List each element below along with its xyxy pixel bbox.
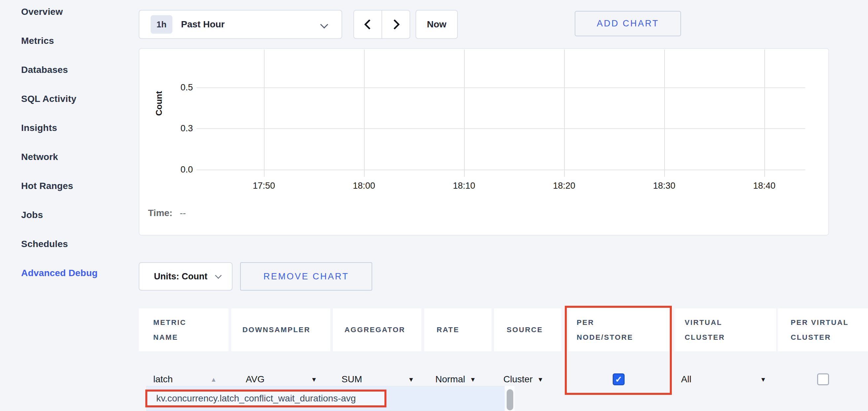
time-hover-readout: Time: --: [148, 208, 186, 218]
time-range-badge: 1h: [151, 15, 173, 34]
time-hover-value: --: [180, 208, 186, 218]
y-tick-label: 0.0: [162, 164, 193, 175]
per-virtual-cluster-checkbox[interactable]: [817, 373, 829, 385]
next-interval-button[interactable]: [382, 10, 409, 38]
sidebar-item-advanced-debug[interactable]: Advanced Debug: [0, 259, 132, 288]
x-tick-label: 17:50: [241, 180, 287, 191]
sidebar-item-hot-ranges[interactable]: Hot Ranges: [0, 172, 132, 201]
caret-up-icon: ▲: [210, 376, 217, 383]
column-header-source: SOURCE: [494, 308, 561, 351]
time-range-label: Past Hour: [181, 19, 225, 30]
sidebar: Overview Metrics Databases SQL Activity …: [0, 0, 132, 288]
sidebar-item-overview[interactable]: Overview: [0, 0, 132, 26]
now-button[interactable]: Now: [415, 10, 458, 39]
sidebar-item-network[interactable]: Network: [0, 142, 132, 172]
virtual-cluster-select[interactable]: All ▼: [675, 370, 776, 389]
per-virtual-cluster-cell: [778, 370, 868, 389]
sidebar-item-sql-activity[interactable]: SQL Activity: [0, 84, 132, 113]
chevron-down-icon: [215, 272, 222, 279]
chart-card: Count 0.5 0.3 0.0 17:50 18:00 18:10 18:2…: [139, 48, 829, 236]
units-selector[interactable]: Units: Count: [139, 262, 232, 290]
dropdown-scrollbar-thumb[interactable]: [507, 389, 513, 410]
x-tick-label: 18:00: [341, 180, 387, 191]
prev-interval-button[interactable]: [354, 10, 382, 38]
per-node-store-cell: ✓: [568, 370, 669, 389]
caret-down-icon: ▼: [311, 376, 317, 383]
downsampler-value: AVG: [246, 374, 265, 385]
x-tick-label: 18:10: [441, 180, 487, 191]
metric-suggestion-item[interactable]: kv.concurrency.latch_conflict_wait_durat…: [148, 391, 384, 406]
units-label: Units: Count: [154, 271, 208, 282]
column-header-metric-name: METRIC NAME: [139, 308, 228, 351]
column-header-downsampler: DOWNSAMPLER: [231, 308, 330, 351]
x-tick-label: 18:20: [541, 180, 587, 191]
column-header-per-node-store: PER NODE/STORE: [568, 308, 669, 351]
sidebar-item-insights[interactable]: Insights: [0, 113, 132, 142]
caret-down-icon: ▼: [537, 376, 544, 383]
sidebar-item-schedules[interactable]: Schedules: [0, 230, 132, 259]
chevron-down-icon: [320, 21, 328, 28]
check-icon: ✓: [615, 374, 622, 385]
time-hover-label: Time:: [148, 208, 173, 218]
sidebar-item-jobs[interactable]: Jobs: [0, 201, 132, 230]
chart-plot-area[interactable]: [196, 49, 805, 177]
time-range-selector[interactable]: 1h Past Hour: [139, 10, 342, 39]
caret-down-icon: ▼: [470, 376, 476, 383]
column-header-virtual-cluster: VIRTUAL CLUSTER: [675, 308, 776, 351]
remove-chart-button[interactable]: REMOVE CHART: [240, 262, 372, 290]
add-chart-button[interactable]: ADD CHART: [575, 11, 681, 36]
caret-down-icon: ▼: [760, 376, 766, 383]
y-tick-label: 0.5: [162, 82, 193, 93]
column-header-rate: RATE: [424, 308, 492, 351]
x-tick-label: 18:40: [741, 180, 787, 191]
aggregator-value: SUM: [342, 374, 362, 385]
source-value: Cluster: [503, 374, 533, 385]
chevron-right-icon: [390, 19, 400, 29]
caret-down-icon: ▼: [408, 376, 414, 383]
sidebar-item-databases[interactable]: Databases: [0, 56, 132, 84]
x-tick-label: 18:30: [641, 180, 687, 191]
virtual-cluster-value: All: [681, 374, 691, 385]
rate-value: Normal: [435, 374, 465, 385]
column-header-per-virtual-cluster: PER VIRTUAL CLUSTER: [778, 308, 868, 351]
sidebar-item-metrics[interactable]: Metrics: [0, 26, 132, 56]
column-header-aggregator: AGGREGATOR: [333, 308, 422, 351]
time-step-buttons: [353, 10, 410, 39]
y-tick-label: 0.3: [162, 123, 193, 134]
custom-chart-page: { "sidebar": { "items": [ { "label": "Ov…: [0, 0, 868, 411]
per-node-store-checkbox[interactable]: ✓: [613, 373, 625, 385]
chevron-left-icon: [364, 19, 374, 29]
metric-name-input[interactable]: [153, 374, 206, 385]
